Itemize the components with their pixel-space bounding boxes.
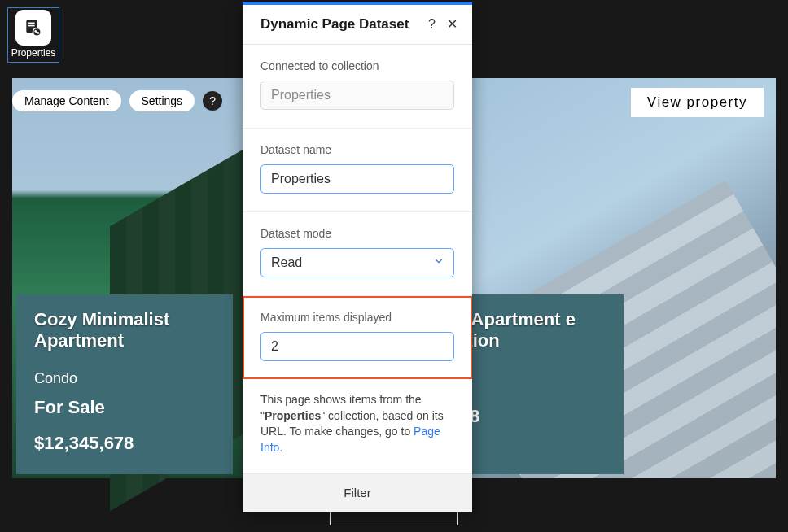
properties-tool[interactable]: Properties bbox=[7, 7, 59, 63]
panel-header: Dynamic Page Dataset ? ✕ bbox=[243, 5, 472, 45]
page-info-text: This page shows items from the "Properti… bbox=[243, 379, 472, 473]
field-label: Connected to collection bbox=[260, 59, 454, 72]
dataset-mode-select[interactable]: Read bbox=[260, 248, 454, 277]
canvas-toolbar: Manage Content Settings ? bbox=[12, 90, 222, 111]
dataset-name-section: Dataset name bbox=[243, 129, 472, 212]
info-collection-name: Properties bbox=[265, 409, 321, 422]
dataset-name-input[interactable] bbox=[260, 164, 454, 194]
settings-button[interactable]: Settings bbox=[129, 90, 195, 111]
help-icon[interactable]: ? bbox=[428, 18, 436, 31]
field-label: Dataset name bbox=[260, 143, 454, 156]
panel-title: Dynamic Page Dataset bbox=[260, 16, 417, 33]
field-label: Dataset mode bbox=[260, 227, 454, 240]
property-price: $12,345,678 bbox=[34, 433, 215, 454]
property-type: Condo bbox=[34, 370, 215, 387]
dataset-icon bbox=[15, 10, 51, 46]
dataset-mode-section: Dataset mode Read bbox=[243, 212, 472, 296]
manage-content-button[interactable]: Manage Content bbox=[12, 90, 121, 111]
property-status: For Sale bbox=[34, 397, 215, 418]
svg-rect-2 bbox=[28, 25, 35, 27]
filter-button[interactable]: Filter bbox=[243, 473, 472, 512]
svg-rect-1 bbox=[28, 23, 35, 24]
connected-collection-field[interactable]: Properties bbox=[260, 81, 454, 110]
connected-collection-section: Connected to collection Properties bbox=[243, 45, 472, 129]
property-title: Cozy Minimalist Apartment bbox=[34, 309, 215, 352]
svg-point-5 bbox=[37, 32, 40, 34]
dataset-settings-panel: Dynamic Page Dataset ? ✕ Connected to co… bbox=[243, 2, 472, 512]
info-text-part: . bbox=[279, 441, 282, 454]
svg-point-4 bbox=[34, 30, 37, 33]
properties-tool-label: Properties bbox=[11, 47, 56, 59]
view-property-button[interactable]: View property bbox=[631, 88, 764, 117]
close-icon[interactable]: ✕ bbox=[447, 18, 457, 31]
max-items-section: Maximum items displayed bbox=[243, 296, 472, 379]
help-icon[interactable]: ? bbox=[203, 91, 222, 111]
property-card: Cozy Minimalist Apartment Condo For Sale… bbox=[16, 294, 233, 474]
max-items-input[interactable] bbox=[260, 332, 454, 361]
field-label: Maximum items displayed bbox=[260, 311, 454, 324]
